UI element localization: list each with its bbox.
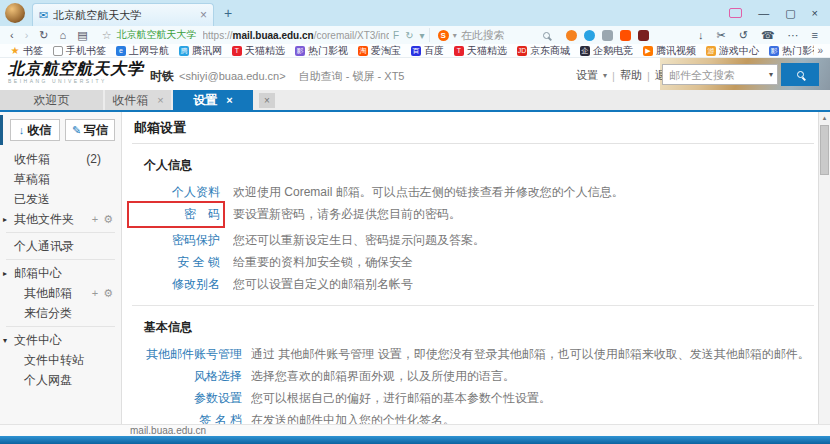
pdf-extension-icon[interactable] (638, 30, 649, 41)
tab-settings[interactable]: 设置× (173, 90, 253, 110)
reload-icon[interactable]: ↻ (405, 30, 413, 41)
other-accounts-link[interactable]: 其他邮件账号管理 (132, 346, 242, 363)
signature-link[interactable]: 签 名 档 (132, 412, 242, 424)
expand-arrow-icon[interactable]: ▸ (3, 269, 7, 278)
download-icon[interactable]: ↓ (698, 29, 704, 42)
sidebar-item-other-accounts[interactable]: 其他邮箱+⚙ (0, 283, 121, 303)
password-protection-link[interactable]: 密码保护 (132, 232, 220, 249)
row-description: 选择您喜欢的邮箱界面外观，以及所使用的语言。 (251, 368, 515, 385)
mail-search-button[interactable] (781, 63, 819, 86)
browser-tab[interactable]: ✉ 北京航空航天大学 × (32, 3, 214, 26)
xt5-link[interactable]: XT5 (384, 70, 404, 82)
extension-1-icon[interactable] (566, 30, 577, 41)
parameters-link[interactable]: 参数设置 (132, 390, 242, 407)
close-tab-icon[interactable]: × (157, 94, 163, 106)
extension-3-icon[interactable] (602, 30, 613, 41)
bookmark-item[interactable]: 游游戏中心 (706, 44, 759, 58)
expand-arrow-icon[interactable]: ▸ (3, 215, 7, 224)
search-box-text[interactable]: 在此搜索 (461, 28, 505, 43)
bookmark-item[interactable]: T天猫精选 (232, 44, 285, 58)
bookmark-item[interactable]: ★书签 (10, 44, 43, 58)
translate-icon[interactable]: F (393, 30, 399, 41)
back-icon[interactable]: ‹ (10, 29, 14, 42)
tab-overflow-close-button[interactable]: × (259, 93, 275, 108)
mail-search-input[interactable] (662, 64, 778, 85)
url-dropdown-icon[interactable]: ▾ (420, 30, 425, 41)
extension-4-icon[interactable] (620, 30, 631, 41)
browser-profile-avatar[interactable] (5, 3, 25, 23)
settings-caret-icon[interactable]: ▾ (603, 71, 607, 80)
url-text[interactable]: https://mail.buaa.edu.cn/coremail/XT3/in… (203, 30, 390, 41)
user-name: 时铁 (150, 69, 174, 83)
tab-welcome[interactable]: 欢迎页 (0, 90, 103, 110)
password-link[interactable]: 密 码 (132, 206, 220, 223)
scrollbar-thumb[interactable] (820, 125, 829, 175)
self-service-link[interactable]: 自助查询 (299, 70, 343, 82)
profile-link[interactable]: 个人资料 (132, 184, 220, 201)
bookmark-item[interactable]: 企企鹅电竞 (580, 44, 633, 58)
favorite-star-icon[interactable]: ☆ (102, 29, 112, 42)
minimize-button[interactable]: — (758, 7, 769, 19)
sidebar-item-mail-center[interactable]: ▸邮箱中心 (0, 263, 121, 283)
refresh-icon[interactable]: ↻ (39, 29, 48, 42)
bookmark-item[interactable]: JD京东商城 (517, 44, 570, 58)
bookmark-item[interactable]: 淘爱淘宝 (358, 44, 401, 58)
bookmark-item[interactable]: 百百度 (411, 44, 444, 58)
tab-inbox[interactable]: 收件箱× (105, 90, 171, 110)
more-options-icon[interactable]: ⋯ (788, 29, 799, 42)
scroll-up-icon[interactable]: ▴ (819, 112, 830, 124)
reader-mode-icon[interactable]: ▤ (77, 29, 87, 42)
promo-icon[interactable] (729, 8, 742, 18)
bookmark-item[interactable]: e上网导航 (116, 44, 169, 58)
maximize-button[interactable]: ▢ (785, 7, 795, 20)
bookmark-item[interactable]: 影热门影视 (295, 44, 348, 58)
bookmark-item[interactable]: 腾腾讯网 (179, 44, 222, 58)
gear-icon[interactable]: ⚙ (103, 213, 113, 226)
sidebar-item-file-transfer[interactable]: 文件中转站 (0, 350, 121, 370)
bookmark-item[interactable]: ▶腾讯视频 (643, 44, 696, 58)
home-icon[interactable]: ⌂ (60, 29, 67, 42)
history-undo-icon[interactable]: ↺ (739, 29, 748, 42)
extension-2-icon[interactable] (584, 30, 595, 41)
mail-favicon-icon: ✉ (39, 10, 48, 21)
new-tab-button[interactable]: + (224, 5, 232, 21)
compose-mail-button[interactable]: ✎写信 (65, 119, 115, 141)
sidebar-item-drafts[interactable]: 草稿箱 (0, 169, 121, 189)
address-bar[interactable]: ☆ 北京航空航天大学 https://mail.buaa.edu.cn/core… (102, 28, 430, 42)
sidebar-item-personal-drive[interactable]: 个人网盘 (0, 370, 121, 390)
sidebar-item-file-center[interactable]: ▾文件中心 (0, 330, 121, 350)
engine-dropdown-icon[interactable]: ▾ (453, 31, 457, 40)
receive-mail-button[interactable]: ↓收信 (10, 119, 60, 141)
search-engine-icon[interactable]: S (438, 30, 449, 41)
gear-icon[interactable]: ⚙ (103, 287, 113, 300)
help-link[interactable]: 帮助 (620, 68, 642, 83)
add-folder-icon[interactable]: + (92, 213, 98, 226)
add-account-icon[interactable]: + (92, 287, 98, 300)
sidebar-item-sent[interactable]: 已发送 (0, 189, 121, 209)
collapse-arrow-icon[interactable]: ▾ (3, 336, 7, 345)
close-button[interactable]: × (812, 7, 818, 19)
sidebar-item-inbox[interactable]: 收件箱(2) (0, 149, 121, 169)
sidebar-item-other-folders[interactable]: ▸其他文件夹+⚙ (0, 209, 121, 229)
sidebar-item-contacts[interactable]: 个人通讯录 (0, 236, 121, 256)
close-tab-icon[interactable]: × (226, 94, 232, 106)
sidebar-item-mail-filters[interactable]: 来信分类 (0, 303, 121, 323)
menu-icon[interactable]: ≡ (812, 29, 818, 42)
style-link[interactable]: 风格选择 (132, 368, 242, 385)
extension-icons (566, 30, 649, 41)
bookmark-item[interactable]: T天猫精选 (454, 44, 507, 58)
bookmarks-overflow-button[interactable]: » (814, 44, 826, 58)
alias-link[interactable]: 修改别名 (132, 276, 220, 293)
bookmark-item[interactable]: 手机书签 (53, 44, 106, 58)
lock-screen-link[interactable]: 锁屏 (353, 70, 375, 82)
forward-icon[interactable]: › (25, 29, 29, 42)
tab-close-icon[interactable]: × (200, 8, 207, 22)
screenshot-scissors-icon[interactable]: ✂ (716, 29, 725, 42)
search-icon[interactable] (543, 32, 550, 39)
phone-sync-icon[interactable]: ☎ (761, 29, 775, 42)
scrollbar[interactable]: ▴ (818, 112, 830, 424)
security-lock-link[interactable]: 安 全 锁 (132, 254, 220, 271)
settings-link[interactable]: 设置 (576, 68, 598, 83)
browser-search-box[interactable]: S ▾ 在此搜索 (438, 28, 556, 43)
settings-row-parameters: 参数设置 您可以根据自己的偏好，进行邮箱的基本参数个性设置。 (132, 390, 818, 407)
